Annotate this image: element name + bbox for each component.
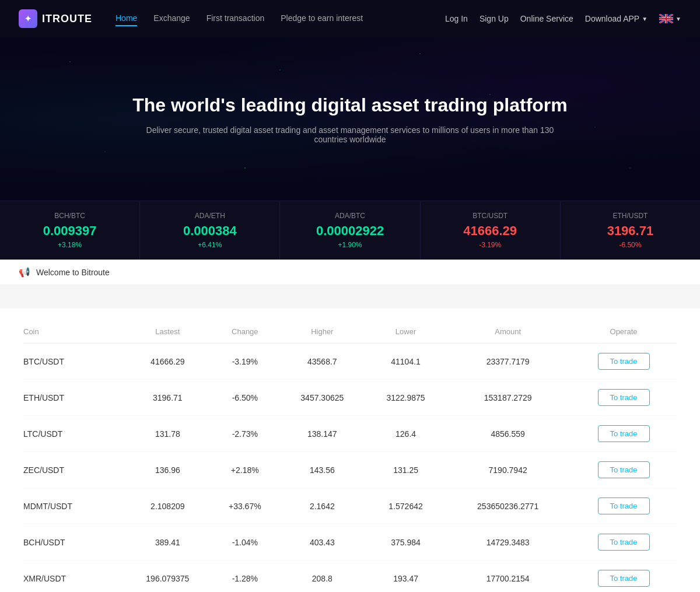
trade-cell: To trade — [570, 344, 677, 380]
amount: 4856.559 — [445, 416, 570, 452]
price-change: -2.73% — [212, 416, 278, 452]
nav-link-first-transaction[interactable]: First transaction — [206, 11, 265, 26]
hero-section: The world's leading digital asset tradin… — [0, 37, 700, 201]
latest-price: 389.41 — [124, 524, 212, 561]
spacer — [0, 285, 700, 309]
ticker-price: 0.009397 — [12, 223, 128, 239]
login-link[interactable]: Log In — [445, 14, 468, 23]
table-row: BCH/USDT 389.41 -1.04% 403.43 375.984 14… — [23, 524, 677, 561]
ticker-price: 0.00002922 — [292, 223, 408, 239]
ticker-pair: ADA/ETH — [152, 212, 268, 220]
amount: 17700.2154 — [445, 561, 570, 593]
logo[interactable]: ✦ ITROUTE — [19, 9, 92, 28]
amount: 7190.7942 — [445, 452, 570, 488]
trade-cell: To trade — [570, 561, 677, 593]
latest-price: 131.78 — [124, 416, 212, 452]
amount: 23377.7179 — [445, 344, 570, 380]
trade-cell: To trade — [570, 416, 677, 452]
latest-price: 2.108209 — [124, 488, 212, 524]
trade-cell: To trade — [570, 524, 677, 561]
latest-price: 196.079375 — [124, 561, 212, 593]
lower-price: 41104.1 — [366, 344, 445, 380]
col-header-change: Change — [212, 320, 278, 344]
ticker-pair: ADA/BTC — [292, 212, 408, 220]
price-change: -1.28% — [212, 561, 278, 593]
col-header-lower: Lower — [366, 320, 445, 344]
download-app-button[interactable]: Download APP ▼ — [585, 14, 648, 23]
higher-price: 43568.7 — [278, 344, 366, 380]
higher-price: 3457.30625 — [278, 380, 366, 416]
col-header-amount: Amount — [445, 320, 570, 344]
announcement-bar: 📢 Welcome to Bitroute — [0, 260, 700, 285]
lower-price: 131.25 — [366, 452, 445, 488]
chevron-down-icon: ▼ — [642, 16, 648, 22]
nav-link-pledge-to-earn-interest[interactable]: Pledge to earn interest — [281, 11, 363, 26]
price-change: -3.19% — [212, 344, 278, 380]
higher-price: 2.1642 — [278, 488, 366, 524]
logo-icon: ✦ — [19, 9, 37, 28]
table-row: ETH/USDT 3196.71 -6.50% 3457.30625 3122.… — [23, 380, 677, 416]
coin-name: XMR/USDT — [23, 561, 124, 593]
hero-title: The world's leading digital asset tradin… — [132, 94, 567, 116]
announcement-text: Welcome to Bitroute — [36, 268, 110, 277]
col-header-coin: Coin — [23, 320, 124, 344]
trade-button[interactable]: To trade — [598, 425, 650, 442]
chevron-down-icon: ▼ — [676, 16, 681, 22]
trade-button[interactable]: To trade — [598, 498, 650, 514]
price-change: +33.67% — [212, 488, 278, 524]
trade-cell: To trade — [570, 380, 677, 416]
trade-button[interactable]: To trade — [598, 570, 650, 587]
flag-icon — [659, 14, 673, 23]
ticker-price: 41666.29 — [432, 223, 548, 239]
signup-link[interactable]: Sign Up — [480, 14, 509, 23]
amount: 153187.2729 — [445, 380, 570, 416]
nav-link-home[interactable]: Home — [116, 11, 137, 26]
trade-button[interactable]: To trade — [598, 461, 650, 478]
online-service-link[interactable]: Online Service — [520, 14, 573, 23]
higher-price: 143.56 — [278, 452, 366, 488]
col-header-operate: Operate — [570, 320, 677, 344]
ticker-item-ADABTC: ADA/BTC 0.00002922 +1.90% — [280, 201, 420, 260]
ticker-change: +3.18% — [12, 241, 128, 249]
higher-price: 208.8 — [278, 561, 366, 593]
col-header-higher: Higher — [278, 320, 366, 344]
ticker-pair: BCH/BTC — [12, 212, 128, 220]
latest-price: 41666.29 — [124, 344, 212, 380]
trade-button[interactable]: To trade — [598, 353, 650, 370]
table-row: MDMT/USDT 2.108209 +33.67% 2.1642 1.5726… — [23, 488, 677, 524]
ticker-change: -3.19% — [432, 241, 548, 249]
market-table: CoinLastestChangeHigherLowerAmountOperat… — [23, 320, 677, 592]
language-selector[interactable]: ▼ — [659, 14, 681, 23]
ticker-item-BTCUSDT: BTC/USDT 41666.29 -3.19% — [421, 201, 561, 260]
nav-right: Log In Sign Up Online Service Download A… — [445, 14, 681, 23]
hero-subtitle: Deliver secure, trusted digital asset tr… — [146, 125, 554, 144]
lower-price: 126.4 — [366, 416, 445, 452]
nav-link-exchange[interactable]: Exchange — [153, 11, 190, 26]
higher-price: 138.147 — [278, 416, 366, 452]
lower-price: 1.572642 — [366, 488, 445, 524]
navbar: ✦ ITROUTE HomeExchangeFirst transactionP… — [0, 0, 700, 37]
lower-price: 375.984 — [366, 524, 445, 561]
price-change: -6.50% — [212, 380, 278, 416]
ticker-item-ADAETH: ADA/ETH 0.000384 +6.41% — [140, 201, 280, 260]
table-row: XMR/USDT 196.079375 -1.28% 208.8 193.47 … — [23, 561, 677, 593]
ticker-change: +1.90% — [292, 241, 408, 249]
trade-cell: To trade — [570, 452, 677, 488]
ticker-price: 0.000384 — [152, 223, 268, 239]
coin-name: ZEC/USDT — [23, 452, 124, 488]
trade-button[interactable]: To trade — [598, 534, 650, 551]
higher-price: 403.43 — [278, 524, 366, 561]
ticker-pair: BTC/USDT — [432, 212, 548, 220]
trade-cell: To trade — [570, 488, 677, 524]
market-table-section: CoinLastestChangeHigherLowerAmountOperat… — [0, 309, 700, 592]
price-change: -1.04% — [212, 524, 278, 561]
table-row: LTC/USDT 131.78 -2.73% 138.147 126.4 485… — [23, 416, 677, 452]
price-change: +2.18% — [212, 452, 278, 488]
ticker-item-ETHUSDT: ETH/USDT 3196.71 -6.50% — [561, 201, 700, 260]
latest-price: 136.96 — [124, 452, 212, 488]
lower-price: 193.47 — [366, 561, 445, 593]
table-row: ZEC/USDT 136.96 +2.18% 143.56 131.25 719… — [23, 452, 677, 488]
trade-button[interactable]: To trade — [598, 389, 650, 406]
stars-background — [0, 37, 700, 201]
ticker-bar: BCH/BTC 0.009397 +3.18% ADA/ETH 0.000384… — [0, 201, 700, 260]
